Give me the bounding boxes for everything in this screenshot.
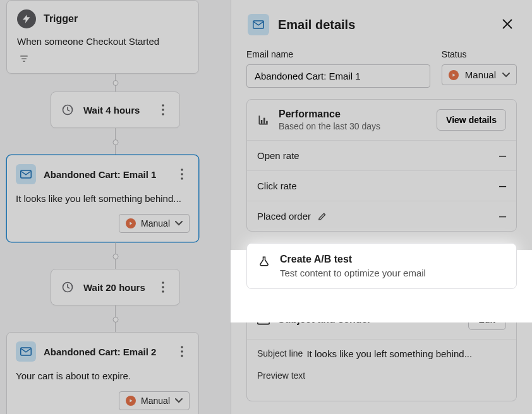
flask-icon [258, 255, 270, 268]
click-rate-value: – [499, 179, 506, 193]
ab-test-subtitle: Test content to optimize your email [280, 268, 426, 278]
preview-text-label: Preview text [257, 370, 305, 381]
email-node-menu-button[interactable] [174, 164, 190, 184]
chart-icon [257, 114, 270, 126]
trigger-card[interactable]: Trigger When someone Checkout Started [6, 0, 199, 74]
filter-icon[interactable] [17, 53, 31, 64]
svg-point-2 [162, 109, 164, 110]
email-node-title: Abandoned Cart: Email 1 [44, 169, 167, 180]
svg-point-1 [162, 104, 164, 106]
view-details-button[interactable]: View details [437, 109, 506, 131]
performance-title: Performance [279, 109, 428, 120]
email-status-select[interactable]: Manual [119, 214, 190, 233]
subject-line-label: Subject line [257, 348, 303, 359]
open-rate-label: Open rate [257, 150, 299, 161]
svg-point-5 [181, 169, 183, 170]
email-name-input[interactable] [246, 64, 430, 88]
email-node-1[interactable]: Abandoned Cart: Email 1 It looks like yo… [6, 155, 199, 242]
lightning-icon [17, 9, 36, 28]
click-rate-row: Click rate – [247, 170, 516, 201]
status-value: Manual [465, 69, 496, 80]
svg-point-11 [162, 290, 164, 292]
svg-rect-18 [263, 118, 265, 124]
wait-menu-button[interactable] [155, 100, 171, 120]
wait-menu-button[interactable] [155, 277, 171, 297]
status-label: Status [442, 49, 517, 59]
email-node-preview: Your cart is about to expire. [16, 370, 190, 381]
svg-point-9 [162, 281, 164, 283]
open-rate-row: Open rate – [247, 140, 516, 170]
svg-point-15 [181, 355, 183, 357]
status-dot-icon [126, 218, 136, 228]
create-ab-test-card[interactable]: Create A/B test Test content to optimize… [246, 243, 517, 289]
email-node-2[interactable]: Abandoned Cart: Email 2 Your cart is abo… [6, 332, 199, 414]
email-node-preview: It looks like you left something behind.… [16, 193, 190, 204]
svg-rect-17 [261, 120, 263, 124]
ab-test-title: Create A/B test [280, 254, 426, 265]
performance-subtitle: Based on the last 30 days [279, 121, 428, 131]
svg-point-7 [181, 177, 183, 179]
placed-order-value: – [499, 209, 506, 223]
svg-point-10 [162, 286, 164, 288]
open-rate-value: – [499, 148, 506, 163]
click-rate-label: Click rate [257, 180, 297, 191]
clock-icon [60, 102, 75, 117]
email-status-select[interactable]: Manual [119, 391, 190, 410]
trigger-description: When someone Checkout Started [17, 36, 188, 47]
status-label: Manual [141, 218, 170, 228]
svg-rect-19 [266, 121, 268, 124]
flow-canvas: Trigger When someone Checkout Started Wa… [0, 0, 231, 414]
wait-label: Wait 4 hours [83, 105, 147, 115]
mail-icon [16, 164, 36, 184]
trigger-title: Trigger [44, 13, 78, 25]
mail-icon [16, 341, 36, 362]
subject-line-value: It looks like you left something behind.… [306, 348, 472, 359]
chevron-down-icon [175, 398, 183, 403]
email-name-label: Email name [246, 49, 430, 59]
svg-point-6 [181, 173, 183, 175]
wait-label: Wait 20 hours [83, 282, 147, 293]
close-button[interactable] [500, 17, 516, 32]
email-node-title: Abandoned Cart: Email 2 [44, 346, 167, 357]
svg-point-3 [162, 113, 164, 115]
details-panel: Email details Email name Status [231, 0, 532, 414]
performance-section: Performance Based on the last 30 days Vi… [246, 99, 517, 232]
edit-icon[interactable] [317, 211, 327, 222]
status-select[interactable]: Manual [442, 64, 517, 85]
svg-point-14 [181, 350, 183, 352]
wait-node-1[interactable]: Wait 4 hours [51, 92, 180, 128]
placed-order-row: Placed order – [247, 201, 516, 231]
status-label: Manual [141, 396, 170, 406]
mail-icon [248, 14, 269, 35]
placed-order-label: Placed order [257, 211, 311, 222]
panel-title: Email details [278, 18, 492, 32]
chevron-down-icon [502, 73, 510, 78]
chevron-down-icon [175, 221, 183, 226]
email-node-menu-button[interactable] [174, 341, 190, 362]
status-dot-icon [449, 70, 459, 80]
svg-point-13 [181, 346, 183, 348]
status-dot-icon [126, 396, 136, 406]
clock-icon [60, 280, 75, 295]
wait-node-2[interactable]: Wait 20 hours [51, 269, 180, 305]
